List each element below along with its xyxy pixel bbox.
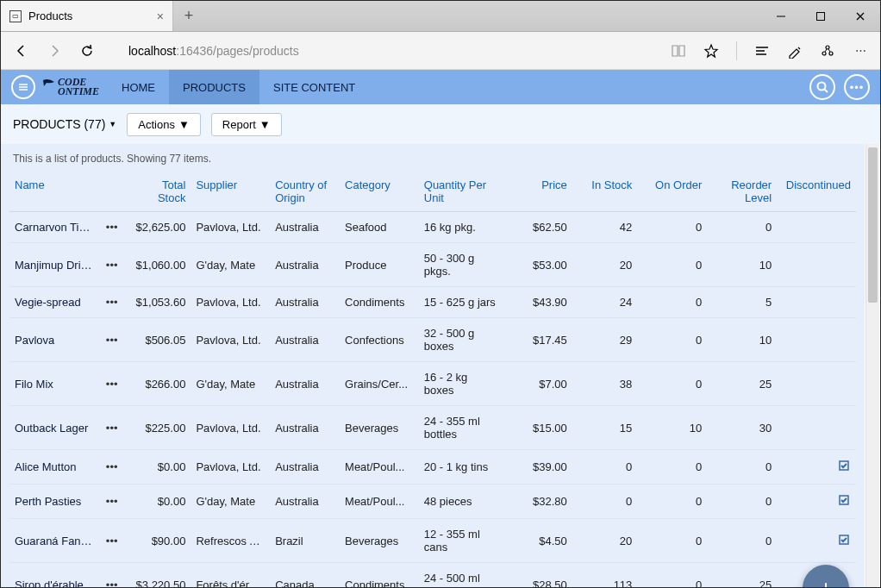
share-icon[interactable] bbox=[820, 43, 835, 59]
window-minimize-button[interactable] bbox=[761, 1, 801, 31]
nav-home[interactable]: HOME bbox=[108, 70, 169, 104]
row-more-button[interactable]: ••• bbox=[98, 485, 126, 519]
cell-total: $266.00 bbox=[126, 362, 191, 406]
col-in-stock[interactable]: In Stock bbox=[572, 172, 638, 212]
row-more-button[interactable]: ••• bbox=[98, 318, 126, 362]
row-more-button[interactable]: ••• bbox=[98, 362, 126, 406]
cell-name: Perth Pasties bbox=[9, 485, 98, 519]
actions-button[interactable]: Actions ▼ bbox=[127, 113, 201, 136]
cell-on-order: 0 bbox=[637, 212, 707, 243]
table-row[interactable]: Pavlova•••$506.05Pavlova, Ltd.AustraliaC… bbox=[9, 318, 856, 362]
cell-qpu: 16 kg pkg. bbox=[419, 212, 503, 243]
checked-icon bbox=[837, 493, 851, 507]
col-supplier[interactable]: Supplier bbox=[191, 172, 270, 212]
cell-total: $0.00 bbox=[126, 485, 191, 519]
window-close-button[interactable] bbox=[840, 1, 880, 31]
cell-in-stock: 20 bbox=[572, 243, 638, 287]
table-row[interactable]: Vegie-spread•••$1,053.60Pavlova, Ltd.Aus… bbox=[9, 287, 856, 318]
hub-icon[interactable] bbox=[754, 43, 770, 59]
row-more-button[interactable]: ••• bbox=[98, 287, 126, 318]
notes-icon[interactable] bbox=[787, 43, 803, 59]
window-maximize-button[interactable] bbox=[801, 1, 840, 31]
nav-forward-button[interactable] bbox=[46, 42, 63, 59]
app-logo[interactable]: CODEONTIME bbox=[42, 75, 99, 99]
browser-menu-icon[interactable]: ⋯ bbox=[853, 43, 868, 59]
table-row[interactable]: Perth Pasties•••$0.00G'day, MateAustrali… bbox=[9, 485, 856, 519]
close-tab-icon[interactable]: × bbox=[157, 9, 164, 23]
row-more-button[interactable]: ••• bbox=[98, 450, 126, 485]
cell-total: $506.05 bbox=[126, 318, 191, 362]
row-more-button[interactable]: ••• bbox=[98, 212, 126, 243]
nav-products[interactable]: PRODUCTS bbox=[169, 70, 259, 104]
cell-category: Meat/Poul... bbox=[340, 450, 419, 485]
cell-on-order: 0 bbox=[637, 287, 707, 318]
vertical-scrollbar[interactable] bbox=[865, 144, 879, 588]
products-count-dropdown[interactable]: PRODUCTS (77) ▼ bbox=[13, 117, 116, 131]
cell-reorder: 0 bbox=[707, 450, 777, 485]
search-button[interactable] bbox=[809, 74, 835, 100]
cell-discontinued bbox=[777, 318, 856, 362]
table-row[interactable]: Filo Mix•••$266.00G'day, MateAustraliaGr… bbox=[9, 362, 856, 406]
hamburger-icon bbox=[17, 81, 29, 93]
new-tab-button[interactable]: + bbox=[173, 1, 204, 31]
table-row[interactable]: Carnarvon Tigers•••$2,625.00Pavlova, Ltd… bbox=[9, 212, 856, 243]
svg-line-11 bbox=[828, 49, 830, 52]
row-more-button[interactable]: ••• bbox=[98, 243, 126, 287]
col-category[interactable]: Category bbox=[340, 172, 419, 212]
report-button[interactable]: Report ▼ bbox=[211, 113, 282, 136]
cell-total: $2,625.00 bbox=[126, 212, 191, 243]
cell-total: $1,060.00 bbox=[126, 243, 191, 287]
cell-price: $62.50 bbox=[503, 212, 572, 243]
cell-discontinued bbox=[777, 519, 856, 563]
cell-supplier: Pavlova, Ltd. bbox=[191, 318, 270, 362]
table-row[interactable]: Manjimup Dried Apples•••$1,060.00G'day, … bbox=[9, 243, 856, 287]
browser-title-bar: ▭ Products × + bbox=[1, 1, 880, 32]
cell-reorder: 25 bbox=[707, 563, 777, 589]
cell-category: Meat/Poul... bbox=[340, 485, 419, 519]
cell-country: Australia bbox=[270, 243, 340, 287]
cell-name: Manjimup Dried Apples bbox=[9, 243, 98, 287]
cell-price: $32.80 bbox=[503, 485, 572, 519]
cell-qpu: 20 - 1 kg tins bbox=[419, 450, 503, 485]
col-price[interactable]: Price bbox=[503, 172, 572, 212]
cell-reorder: 0 bbox=[707, 212, 777, 243]
reading-mode-icon[interactable] bbox=[671, 43, 686, 59]
more-options-button[interactable]: ••• bbox=[844, 74, 870, 100]
table-row[interactable]: Alice Mutton•••$0.00Pavlova, Ltd.Austral… bbox=[9, 450, 856, 485]
row-more-button[interactable]: ••• bbox=[98, 519, 126, 563]
favorite-icon[interactable] bbox=[703, 43, 719, 59]
col-discontinued[interactable]: Discontinued bbox=[777, 172, 856, 212]
cell-reorder: 30 bbox=[707, 406, 777, 450]
col-name[interactable]: Name bbox=[9, 172, 126, 212]
nav-back-button[interactable] bbox=[13, 42, 30, 59]
cell-supplier: G'day, Mate bbox=[191, 243, 270, 287]
cell-total: $0.00 bbox=[126, 450, 191, 485]
table-row[interactable]: Outback Lager•••$225.00Pavlova, Ltd.Aust… bbox=[9, 406, 856, 450]
cell-in-stock: 113 bbox=[572, 563, 638, 589]
url-input[interactable]: localhost:16436/pages/products bbox=[111, 44, 655, 58]
col-on-order[interactable]: On Order bbox=[637, 172, 707, 212]
cell-supplier: Pavlova, Ltd. bbox=[191, 287, 270, 318]
table-row[interactable]: Sirop d'érable•••$3,220.50Forêts d'érabl… bbox=[9, 563, 856, 589]
col-total-stock[interactable]: Total Stock bbox=[126, 172, 191, 212]
row-more-button[interactable]: ••• bbox=[98, 406, 126, 450]
col-country[interactable]: Country of Origin bbox=[270, 172, 340, 212]
table-row[interactable]: Guaraná Fantástica•••$90.00Refrescos Ame… bbox=[9, 519, 856, 563]
ellipsis-icon: ••• bbox=[850, 81, 865, 94]
nav-refresh-button[interactable] bbox=[78, 42, 96, 59]
col-qpu[interactable]: Quantity Per Unit bbox=[419, 172, 503, 212]
cell-category: Condiments bbox=[340, 287, 419, 318]
svg-line-16 bbox=[825, 90, 828, 93]
cell-country: Australia bbox=[270, 450, 340, 485]
app-menu-button[interactable] bbox=[11, 75, 35, 99]
col-reorder[interactable]: Reorder Level bbox=[707, 172, 777, 212]
cell-name: Alice Mutton bbox=[9, 450, 98, 485]
cell-discontinued bbox=[777, 287, 856, 318]
caret-down-icon: ▼ bbox=[109, 120, 116, 128]
cell-price: $28.50 bbox=[503, 563, 572, 589]
nav-site-content[interactable]: SITE CONTENT bbox=[259, 70, 369, 104]
scrollbar-thumb[interactable] bbox=[868, 147, 878, 303]
browser-tab[interactable]: ▭ Products × bbox=[1, 1, 173, 31]
row-more-button[interactable]: ••• bbox=[98, 563, 126, 589]
cell-category: Condiments bbox=[340, 563, 419, 589]
